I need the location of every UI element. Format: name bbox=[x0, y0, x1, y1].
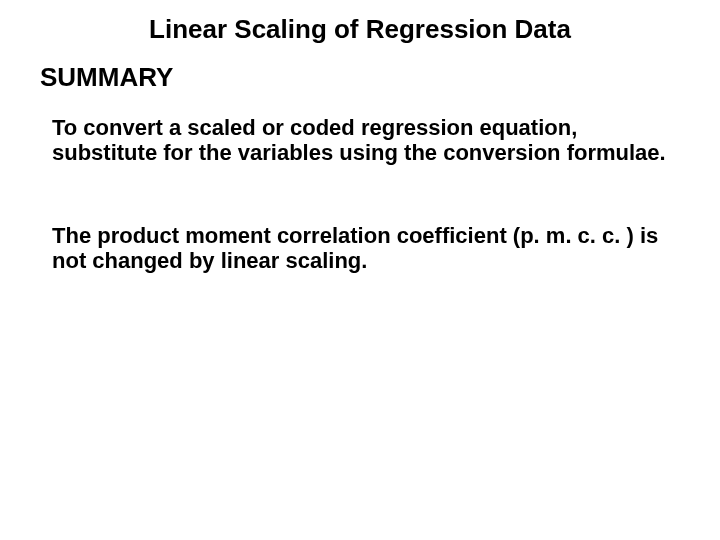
summary-paragraph-2: The product moment correlation coefficie… bbox=[52, 223, 672, 274]
slide-title: Linear Scaling of Regression Data bbox=[0, 14, 720, 45]
summary-paragraph-1: To convert a scaled or coded regression … bbox=[52, 115, 672, 166]
summary-heading: SUMMARY bbox=[40, 62, 173, 93]
slide: Linear Scaling of Regression Data SUMMAR… bbox=[0, 0, 720, 540]
